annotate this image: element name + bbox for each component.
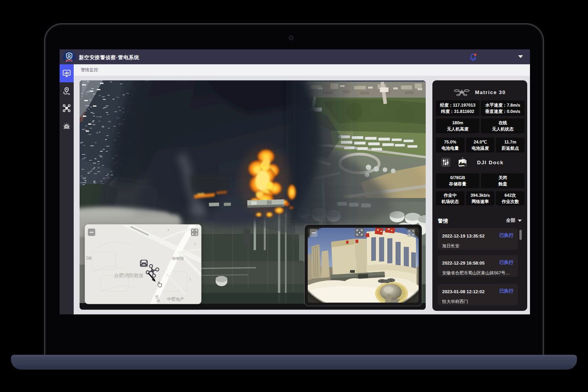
svg-text:2: 2 (189, 278, 191, 281)
svg-text:新空安: 新空安 (65, 59, 73, 62)
svg-text:合肥消防救援: 合肥消防救援 (114, 273, 143, 278)
svg-text:柳树塘: 柳树塘 (172, 256, 184, 261)
svg-text:1: 1 (194, 242, 196, 246)
svg-text:中墅地产: 中墅地产 (167, 297, 184, 301)
svg-text:4: 4 (167, 228, 169, 232)
svg-text:2栋: 2栋 (86, 256, 92, 260)
